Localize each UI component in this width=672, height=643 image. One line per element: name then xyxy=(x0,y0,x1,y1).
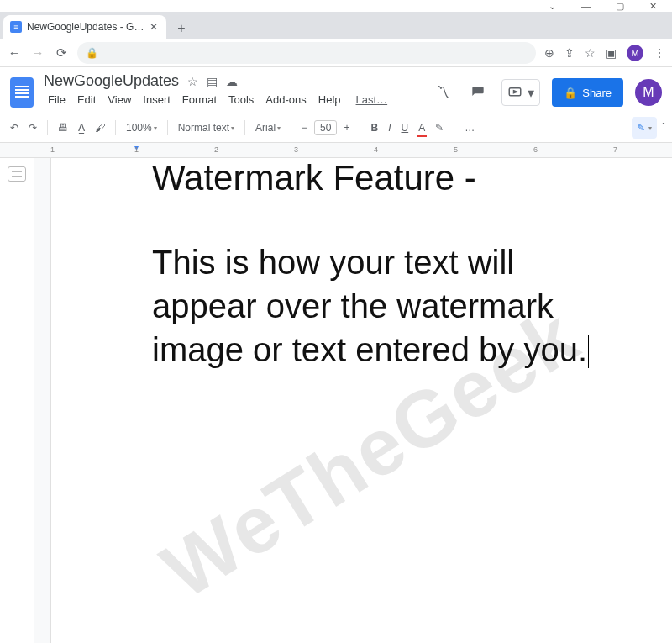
editor-canvas: WeTheGeek Watermark Feature - This is ho… xyxy=(34,158,672,643)
lock-icon: 🔒 xyxy=(564,87,577,99)
ruler-tick: 6 xyxy=(533,145,538,154)
menu-bar: File Edit View Insert Format Tools Add-o… xyxy=(44,92,424,108)
addr-actions: ⊕ ⇪ ☆ ▣ M ⋮ xyxy=(544,45,665,61)
tab-title: NewGoogleUpdates - Google Do xyxy=(27,21,144,33)
menu-tools[interactable]: Tools xyxy=(224,92,258,108)
paragraph-style-select[interactable]: Normal text ▾ xyxy=(175,120,238,135)
more-tools-button[interactable]: … xyxy=(461,120,478,135)
fontsize-input[interactable]: 50 xyxy=(314,120,337,135)
italic-button[interactable]: I xyxy=(385,120,394,135)
caret-down-icon: ▾ xyxy=(528,85,534,101)
text-cursor xyxy=(588,335,589,368)
doc-heading[interactable]: Watermark Feature - xyxy=(152,158,605,198)
account-avatar[interactable]: M xyxy=(635,79,662,106)
ruler-tick: 1 xyxy=(134,145,139,154)
last-edit[interactable]: Last… xyxy=(352,92,392,108)
share-page-icon[interactable]: ⇪ xyxy=(564,46,575,60)
window-controls: ⌄ — ▢ ✕ xyxy=(0,0,672,12)
ruler-tick: 4 xyxy=(374,145,378,154)
panel-icon[interactable]: ▣ xyxy=(606,46,617,60)
fontsize-decrease[interactable]: − xyxy=(298,120,311,135)
address-bar: ← → ⟳ 🔒 ⊕ ⇪ ☆ ▣ M ⋮ xyxy=(0,39,672,67)
close-icon[interactable]: ✕ xyxy=(649,1,657,12)
ruler-tick: 5 xyxy=(454,145,458,154)
bold-button[interactable]: B xyxy=(367,120,381,135)
lock-icon: 🔒 xyxy=(86,47,98,59)
font-select[interactable]: Arial ▾ xyxy=(252,120,284,135)
back-button[interactable]: ← xyxy=(7,45,22,60)
forward-button[interactable]: → xyxy=(30,45,45,60)
zoom-icon[interactable]: ⊕ xyxy=(544,46,554,60)
print-button[interactable]: 🖶 xyxy=(55,120,71,135)
maximize-icon[interactable]: ▢ xyxy=(616,1,624,12)
chevron-down-icon[interactable]: ⌄ xyxy=(549,1,556,12)
text-color-button[interactable]: A xyxy=(415,120,428,135)
ruler-tick: 1 xyxy=(50,145,55,154)
comments-icon[interactable] xyxy=(466,81,490,104)
menu-format[interactable]: Format xyxy=(178,92,221,108)
docs-header: NewGoogleUpdates ☆ ▤ ☁ File Edit View In… xyxy=(0,67,672,113)
move-icon[interactable]: ▤ xyxy=(207,75,218,88)
share-button[interactable]: 🔒 Share xyxy=(552,78,623,107)
docs-favicon-icon: ≡ xyxy=(10,21,22,33)
undo-button[interactable]: ↶ xyxy=(7,120,22,135)
editing-mode-button[interactable]: ✎ ▾ xyxy=(632,117,657,139)
docs-logo-icon[interactable] xyxy=(7,72,37,113)
ruler-tick: 3 xyxy=(294,145,298,154)
collapse-toolbar-icon[interactable]: ˆ xyxy=(662,122,665,134)
ruler-tick: 7 xyxy=(613,145,617,154)
url-field[interactable]: 🔒 xyxy=(77,42,536,64)
pencil-icon: ✎ xyxy=(637,122,645,134)
ruler-tick: 2 xyxy=(214,145,218,154)
redo-button[interactable]: ↷ xyxy=(25,120,40,135)
fontsize-increase[interactable]: + xyxy=(340,120,353,135)
doc-body-text[interactable]: This is how your text will appear over t… xyxy=(152,240,605,372)
paint-format-button[interactable]: 🖌 xyxy=(92,120,108,135)
tab-close-icon[interactable]: ✕ xyxy=(150,21,158,33)
profile-avatar[interactable]: M xyxy=(627,45,643,61)
highlight-button[interactable]: ✎ xyxy=(432,120,447,135)
share-label: Share xyxy=(582,87,612,99)
tab-strip: ≡ NewGoogleUpdates - Google Do ✕ + xyxy=(0,12,672,39)
caret-down-icon: ▾ xyxy=(648,124,652,132)
workspace: WeTheGeek Watermark Feature - This is ho… xyxy=(0,158,672,643)
activity-icon[interactable]: 〽 xyxy=(431,81,454,104)
menu-edit[interactable]: Edit xyxy=(73,92,100,108)
star-outline-icon[interactable]: ☆ xyxy=(187,75,198,88)
star-icon[interactable]: ☆ xyxy=(585,46,596,60)
kebab-icon[interactable]: ⋮ xyxy=(654,46,665,60)
reload-button[interactable]: ⟳ xyxy=(54,45,69,61)
document-title[interactable]: NewGoogleUpdates xyxy=(44,72,179,90)
minimize-icon[interactable]: — xyxy=(581,1,591,11)
present-button[interactable]: ▾ xyxy=(501,79,540,106)
outline-icon[interactable] xyxy=(8,166,26,182)
menu-addons[interactable]: Add-ons xyxy=(261,92,310,108)
menu-insert[interactable]: Insert xyxy=(139,92,175,108)
header-actions: 〽 ▾ 🔒 Share M xyxy=(431,72,662,113)
left-rail xyxy=(0,158,34,643)
menu-view[interactable]: View xyxy=(103,92,135,108)
menu-help[interactable]: Help xyxy=(314,92,345,108)
horizontal-ruler[interactable]: 1 ▾ 1 2 3 4 5 6 7 xyxy=(0,143,672,158)
browser-tab[interactable]: ≡ NewGoogleUpdates - Google Do ✕ xyxy=(3,15,166,39)
new-tab-button[interactable]: + xyxy=(171,18,192,39)
zoom-select[interactable]: 100% ▾ xyxy=(123,120,160,135)
format-toolbar: ↶ ↷ 🖶 A̲ 🖌 100% ▾ Normal text ▾ Arial ▾ … xyxy=(0,113,672,143)
cloud-saved-icon[interactable]: ☁ xyxy=(226,75,238,88)
menu-file[interactable]: File xyxy=(44,92,70,108)
underline-button[interactable]: U xyxy=(397,120,412,135)
document-page[interactable]: WeTheGeek Watermark Feature - This is ho… xyxy=(50,158,672,643)
spellcheck-button[interactable]: A̲ xyxy=(75,120,88,135)
